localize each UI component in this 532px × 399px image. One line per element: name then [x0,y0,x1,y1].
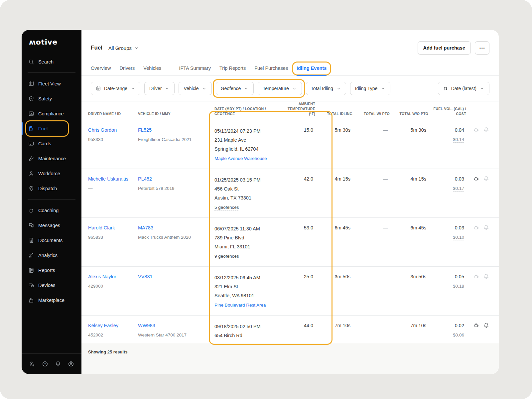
sidebar-item-messages[interactable]: Messages [28,218,75,233]
driver-name-link[interactable]: Kelsey Easley [88,322,118,329]
svg-text:?: ? [44,362,46,366]
bell-icon[interactable] [483,224,489,231]
bell-icon[interactable] [483,127,489,133]
filter-geofence[interactable]: Geofence [216,82,254,95]
row-actions [466,224,489,261]
sidebar-item-reports[interactable]: Reports [28,263,75,278]
vehicle-id-link[interactable]: VV831 [138,273,153,280]
event-address-line2: Austin, TX 73301 [214,194,284,202]
fuel-cost-value: $0.18 [453,284,464,289]
chevron-down-icon [130,86,135,91]
bell-icon[interactable] [483,273,489,280]
sidebar-item-search[interactable]: Search [28,54,75,69]
sidebar-item-coaching[interactable]: Coaching [28,203,75,218]
group-selector[interactable]: All Groups [108,45,139,51]
sort-button[interactable]: Date (latest) [438,82,489,95]
event-datetime: 01/25/2025 03:15 PM [214,176,284,185]
filter-chips: Date-range Driver Vehicle Geofence Tempe… [91,82,390,95]
more-options-button[interactable]: ⋯ [475,41,489,55]
user-settings-icon[interactable] [29,361,35,367]
engine-icon[interactable] [473,322,479,329]
driver-name-link[interactable]: Harold Clark [88,224,115,231]
sidebar-item-workforce[interactable]: Workforce [28,166,75,181]
filter-vehicle[interactable]: Vehicle [179,82,211,95]
filter-label: Driver [149,86,162,91]
engine-icon[interactable] [473,176,479,182]
driver-id: 452002 [88,332,136,338]
tab-drivers[interactable]: Drivers [119,61,135,76]
tab-idling-events[interactable]: Idling Events [297,61,327,76]
sidebar-item-dispatch[interactable]: Dispatch [28,181,75,196]
sidebar-item-cards[interactable]: Cards [28,136,75,151]
tab-overview[interactable]: Overview [91,61,111,76]
driver-name-link[interactable]: Alexis Naylor [88,273,116,280]
vehicle-cell: PL452 Peterbilt 579 2019 [138,176,214,212]
date-location-cell: 06/07/2025 11:30 AM 789 Pine Blvd Miami,… [214,224,286,261]
driver-name-link[interactable]: Michelle Uskuraitis [88,176,128,183]
ambient-temperature-value: 15.0 [286,127,315,163]
driver-cell: Alexis Naylor 429000 [88,273,138,310]
sidebar-item-marketplace[interactable]: Marketplace [28,293,75,308]
sidebar-item-safety[interactable]: Safety [28,91,75,106]
tab-trip-reports[interactable]: Trip Reports [219,61,246,76]
fuel-volume-value: 0.02 [428,322,464,329]
vehicle-id-link[interactable]: PL452 [138,176,152,183]
date-location-cell: 01/25/2025 03:15 PM 456 Oak St Austin, T… [214,176,286,212]
vehicle-id-link[interactable]: FL525 [138,127,152,134]
filter-label: Idling Type [355,86,377,91]
sidebar-item-documents[interactable]: Documents [28,233,75,248]
driver-name-link[interactable]: Chris Gordon [88,127,117,134]
sidebar-item-analytics[interactable]: Analytics [28,248,75,263]
notifications-icon[interactable] [55,361,61,367]
sidebar-item-fleet-view[interactable]: Fleet View [28,76,75,91]
filter-total-idling[interactable]: Total Idling [306,82,346,95]
bell-icon[interactable] [483,322,489,329]
add-fuel-purchase-button[interactable]: Add fuel purchase [418,41,471,55]
engine-icon[interactable] [473,224,479,231]
event-geofence-link[interactable]: 9 geofences [214,252,284,261]
vehicle-mmy: Peterbilt 579 2019 [138,185,212,192]
vehicle-id-link[interactable]: MA783 [138,224,153,231]
total-with-pto-value: — [352,322,390,340]
sidebar-item-devices[interactable]: Devices [28,278,75,293]
row-actions [466,273,489,310]
sidebar-item-fuel[interactable]: Fuel [28,121,75,136]
help-icon[interactable]: ? [42,361,48,367]
filter-temperature[interactable]: Temperature [258,82,302,95]
total-with-pto-value: — [352,273,390,310]
date-location-cell: 03/12/2025 09:45 AM 321 Elm St Seattle, … [214,273,286,310]
ambient-temperature-value: 44.0 [286,322,315,340]
marketplace-icon [28,297,34,303]
sidebar-item-label: Fuel [38,126,48,131]
driver-cell: Chris Gordon 958330 [88,127,138,163]
tab-vehicles[interactable]: Vehicles [143,61,161,76]
filter-idling-type[interactable]: Idling Type [350,82,390,95]
chevron-down-icon [380,86,385,91]
sidebar-nav: Search Fleet View Safety Compliance Fuel… [22,51,81,308]
person-icon [28,171,34,177]
sidebar-item-label: Coaching [38,208,59,213]
vehicle-cell: VV831 [138,273,214,310]
engine-icon[interactable] [473,127,479,133]
driver-id: 965833 [88,234,136,241]
engine-icon[interactable] [473,273,479,280]
event-geofence-link[interactable]: Pine Boulevard Rest Area [214,301,284,310]
event-geofence-link[interactable]: 5 geofences [214,203,284,212]
account-icon[interactable] [68,361,74,367]
tab-ifta-summary[interactable]: IFTA Summary [179,61,211,76]
column-header-fuel-vol-gal-cost: FUEL VOL. (GAL) / COST [428,106,466,120]
filter-driver[interactable]: Driver [144,82,175,95]
bell-icon[interactable] [483,176,489,182]
event-geofence-link[interactable]: Maple Avenue Warehouse [214,154,284,163]
sidebar-item-maintenance[interactable]: Maintenance [28,151,75,166]
sidebar-item-label: Workforce [38,171,60,176]
total-idling-value: 4m 15s [315,176,352,212]
filter-date-range[interactable]: Date-range [91,82,140,95]
vehicle-id-link[interactable]: WW983 [138,322,155,329]
column-header-driver-name-id: DRIVER NAME / ID [88,111,138,120]
column-header-vehicle-id-mmy: VEHICLE ID / MMY [138,111,214,120]
motive-logo: ʍotive [22,30,81,51]
sidebar-item-compliance[interactable]: Compliance [28,106,75,121]
wrench-icon [28,156,34,162]
tab-fuel-purchases[interactable]: Fuel Purchases [254,61,288,76]
